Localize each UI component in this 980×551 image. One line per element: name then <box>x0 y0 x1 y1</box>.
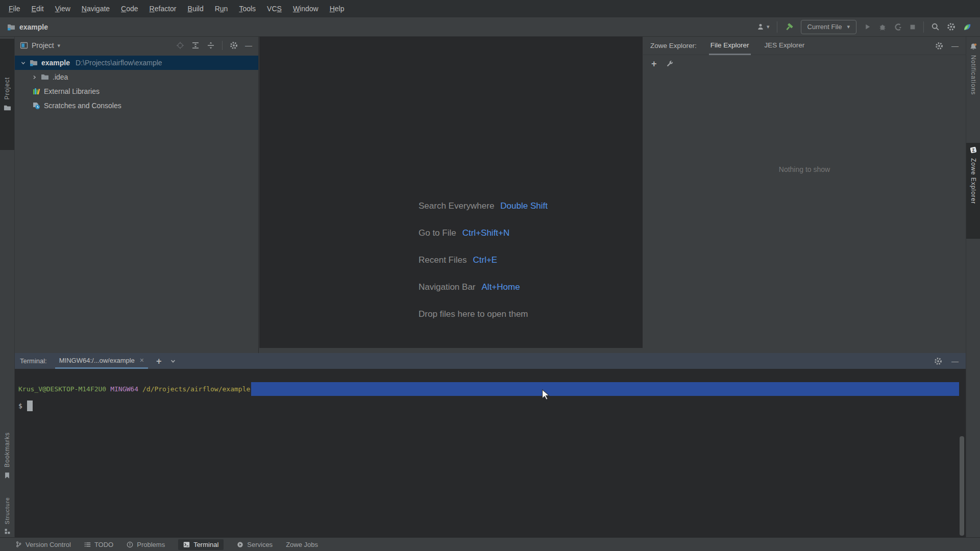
hide-panel-icon[interactable]: — <box>951 42 959 49</box>
hint-shortcut: Ctrl+Shift+N <box>462 228 510 238</box>
collapse-all-icon[interactable] <box>207 41 215 49</box>
project-panel-header: Project ▾ — <box>15 37 258 54</box>
editor-shortcut-hints: Search Everywhere Double Shift Go to Fil… <box>419 201 548 319</box>
project-panel-actions: — <box>176 41 252 50</box>
menu-item-file[interactable]: File <box>3 5 26 13</box>
code-with-me-button[interactable]: ▾ <box>756 23 770 31</box>
external-libraries-icon <box>32 87 40 95</box>
new-terminal-icon[interactable]: + <box>156 357 162 366</box>
tool-tab-zowe-explorer[interactable]: Z Zowe Explorer <box>966 143 980 239</box>
run-configuration-select[interactable]: Current File ▾ <box>801 20 856 34</box>
settings-gear-icon[interactable] <box>935 42 943 50</box>
hide-panel-icon[interactable]: — <box>245 42 252 49</box>
hint-shortcut: Double Shift <box>500 201 548 211</box>
terminal-tab-label: MINGW64:/...ow/example <box>59 357 135 364</box>
menu-item-run[interactable]: Run <box>209 5 234 13</box>
hint-shortcut: Ctrl+E <box>473 255 497 265</box>
hide-panel-icon[interactable]: — <box>951 358 959 365</box>
project-folder-icon <box>7 23 15 31</box>
locate-file-icon[interactable] <box>176 41 184 49</box>
tab-file-explorer[interactable]: File Explorer <box>709 37 751 55</box>
tool-tab-structure[interactable]: Structure <box>0 496 14 536</box>
hint-label: Go to File <box>419 228 456 238</box>
terminal-icon <box>183 541 190 548</box>
toolbar-separator <box>777 21 777 33</box>
close-icon[interactable]: × <box>140 356 144 364</box>
hint-navigation-bar: Navigation Bar Alt+Home <box>419 282 548 292</box>
settings-gear-icon[interactable] <box>934 357 942 365</box>
terminal-scrollbar[interactable] <box>960 436 964 536</box>
structure-icon <box>4 528 11 535</box>
statusbar-item-version-control[interactable]: Version Control <box>15 541 71 548</box>
profiler-button[interactable] <box>894 23 902 31</box>
build-hammer-button[interactable] <box>785 22 794 32</box>
todo-list-icon <box>84 541 91 548</box>
notifications-bell-icon <box>969 43 977 51</box>
terminal-output[interactable]: Krus_V@DESKTOP-M14F2U0 MINGW64 /d/Projec… <box>15 369 966 411</box>
tool-tab-notifications[interactable]: Notifications <box>966 41 980 135</box>
terminal-title: Terminal: <box>20 357 47 365</box>
settings-gear-icon[interactable] <box>230 41 238 49</box>
menu-item-refactor[interactable]: Refactor <box>144 5 182 13</box>
terminal-tab-mingw64[interactable]: MINGW64:/...ow/example × <box>55 353 148 369</box>
empty-state-text: Nothing to show <box>643 165 966 173</box>
tool-tab-notifications-label: Notifications <box>970 55 977 95</box>
statusbar-item-todo[interactable]: TODO <box>84 541 113 548</box>
hint-label: Search Everywhere <box>419 201 494 211</box>
search-everywhere-icon[interactable] <box>931 22 940 31</box>
statusbar-item-label: Services <box>247 541 273 548</box>
statusbar-item-problems[interactable]: Problems <box>127 541 165 548</box>
hint-shortcut: Alt+Home <box>482 282 520 292</box>
hint-search-everywhere: Search Everywhere Double Shift <box>419 201 548 211</box>
statusbar-item-zowe-jobs[interactable]: Zowe Jobs <box>286 541 318 548</box>
folder-icon <box>41 73 49 81</box>
plugin-leaf-icon[interactable] <box>963 22 972 32</box>
prompt-user-host: Krus_V@DESKTOP-M14F2U0 <box>18 385 106 393</box>
statusbar-item-terminal[interactable]: Terminal <box>178 539 224 550</box>
hint-label: Drop files here to open them <box>419 309 528 319</box>
git-branch-icon <box>15 541 22 548</box>
tree-row-example-root[interactable]: example D:\Projects\airflow\example <box>15 56 258 70</box>
expand-all-icon[interactable] <box>191 41 200 49</box>
menu-item-window[interactable]: Window <box>287 5 324 13</box>
zowe-explorer-panel: Zowe Explorer: File Explorer JES Explore… <box>643 37 966 353</box>
menu-item-vcs[interactable]: VCS <box>261 5 287 13</box>
menu-item-edit[interactable]: Edit <box>26 5 50 13</box>
tool-tab-project[interactable]: Project <box>0 39 14 150</box>
settings-gear-icon[interactable] <box>947 22 955 31</box>
chevron-down-icon[interactable] <box>20 60 26 66</box>
toolbar-separator <box>222 41 223 50</box>
tool-tab-bookmarks[interactable]: Bookmarks <box>0 419 14 492</box>
folder-icon <box>30 59 38 67</box>
add-profile-icon[interactable]: + <box>651 59 657 68</box>
wrench-icon[interactable] <box>666 60 674 68</box>
run-button[interactable] <box>864 23 871 31</box>
terminal-caret <box>27 400 33 411</box>
debug-button[interactable] <box>878 23 887 31</box>
stop-button[interactable] <box>909 23 916 31</box>
tab-jes-explorer[interactable]: JES Explorer <box>763 37 806 55</box>
tree-item-name: .idea <box>53 73 68 81</box>
services-icon <box>237 541 243 548</box>
tree-row-external-libraries[interactable]: External Libraries <box>15 84 258 98</box>
menu-item-navigate[interactable]: Navigate <box>76 5 115 13</box>
zowe-panel-actions: — <box>935 42 959 50</box>
menu-item-code[interactable]: Code <box>115 5 143 13</box>
project-title: example <box>7 23 48 31</box>
chevron-down-icon[interactable] <box>170 358 176 364</box>
prompt-path: /d/Projects/airflow/example <box>142 385 250 393</box>
statusbar-item-label: Zowe Jobs <box>286 541 318 548</box>
problems-icon <box>127 541 133 548</box>
menu-item-tools[interactable]: Tools <box>233 5 261 13</box>
tab-jes-explorer-label: JES Explorer <box>765 41 805 49</box>
zowe-panel-header: Zowe Explorer: File Explorer JES Explore… <box>643 37 966 55</box>
menu-item-help[interactable]: Help <box>324 5 350 13</box>
menu-bar: File Edit View Navigate Code Refactor Bu… <box>0 0 980 17</box>
chevron-down-icon[interactable]: ▾ <box>58 43 61 48</box>
tree-row-scratches[interactable]: Scratches and Consoles <box>15 98 258 113</box>
menu-item-build[interactable]: Build <box>182 5 209 13</box>
chevron-right-icon[interactable] <box>32 74 37 80</box>
menu-item-view[interactable]: View <box>50 5 76 13</box>
statusbar-item-services[interactable]: Services <box>237 541 273 548</box>
tree-row-idea[interactable]: .idea <box>15 70 258 84</box>
